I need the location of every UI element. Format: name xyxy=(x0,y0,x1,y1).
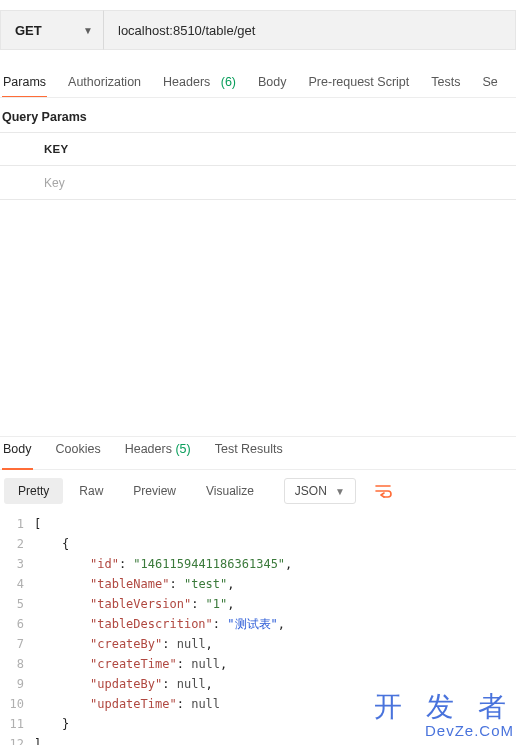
http-method-value: GET xyxy=(15,23,42,38)
tab-params[interactable]: Params xyxy=(2,75,47,97)
key-column-header: KEY xyxy=(34,143,516,155)
body-format-value: JSON xyxy=(295,484,327,498)
http-method-select[interactable]: GET ▼ xyxy=(0,10,104,50)
chevron-down-icon: ▼ xyxy=(335,486,345,497)
query-params-empty-row[interactable]: Key xyxy=(0,166,516,199)
query-params-table: KEY Key xyxy=(0,132,516,200)
request-headers-count: (6) xyxy=(221,75,236,89)
response-tab-headers[interactable]: Headers (5) xyxy=(124,437,192,469)
tab-headers[interactable]: Headers (6) xyxy=(162,75,237,97)
view-visualize-button[interactable]: Visualize xyxy=(192,478,268,504)
view-preview-button[interactable]: Preview xyxy=(119,478,190,504)
tab-authorization[interactable]: Authorization xyxy=(67,75,142,97)
row-checkbox[interactable] xyxy=(0,176,34,189)
response-body-viewer[interactable]: 123456789101112 [{"id": "146115944118636… xyxy=(0,512,516,745)
response-tab-cookies[interactable]: Cookies xyxy=(55,437,102,469)
response-tabs: Body Cookies Headers (5) Test Results xyxy=(0,436,516,470)
response-tab-tests[interactable]: Test Results xyxy=(214,437,284,469)
view-raw-button[interactable]: Raw xyxy=(65,478,117,504)
body-format-select[interactable]: JSON ▼ xyxy=(284,478,356,504)
request-url-value: localhost:8510/table/get xyxy=(118,23,255,38)
request-url-bar: GET ▼ localhost:8510/table/get xyxy=(0,10,516,50)
response-headers-count: (5) xyxy=(175,442,190,456)
response-body-code: [{"id": "1461159441186361345","tableName… xyxy=(34,514,516,745)
tab-tests[interactable]: Tests xyxy=(430,75,461,97)
empty-space xyxy=(0,200,516,436)
response-tab-body[interactable]: Body xyxy=(2,437,33,469)
wrap-lines-button[interactable] xyxy=(370,478,398,504)
tab-settings[interactable]: Se xyxy=(481,75,498,97)
body-view-mode-group: Pretty Raw Preview Visualize xyxy=(4,478,268,504)
tab-prerequest[interactable]: Pre-request Script xyxy=(308,75,411,97)
key-input-placeholder[interactable]: Key xyxy=(34,176,516,190)
request-url-input[interactable]: localhost:8510/table/get xyxy=(104,10,516,50)
line-number-gutter: 123456789101112 xyxy=(0,514,34,745)
query-params-title: Query Params xyxy=(0,98,516,132)
tab-body[interactable]: Body xyxy=(257,75,288,97)
response-body-toolbar: Pretty Raw Preview Visualize JSON ▼ xyxy=(0,470,516,512)
view-pretty-button[interactable]: Pretty xyxy=(4,478,63,504)
request-tabs: Params Authorization Headers (6) Body Pr… xyxy=(0,64,516,98)
chevron-down-icon: ▼ xyxy=(83,25,93,36)
query-params-checkbox-header xyxy=(0,143,34,156)
query-params-header-row: KEY xyxy=(0,133,516,166)
wrap-icon xyxy=(375,484,393,498)
